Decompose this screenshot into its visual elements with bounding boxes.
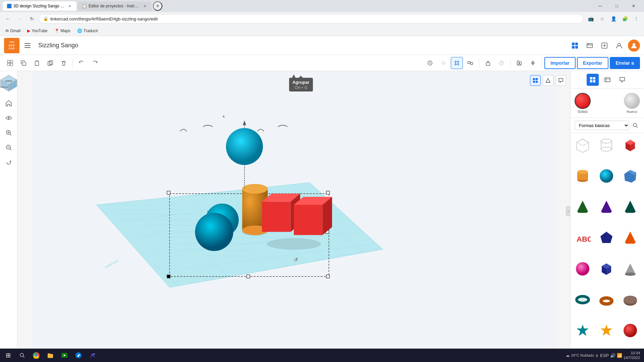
shape-pentagon-navy[interactable]: [596, 227, 617, 248]
taskbar-teams[interactable]: [86, 349, 99, 361]
taskbar-search[interactable]: [15, 349, 29, 361]
designs-button[interactable]: [598, 40, 610, 52]
select-all-button[interactable]: [4, 57, 16, 69]
shape-torus-teal[interactable]: [572, 289, 593, 310]
copy-button[interactable]: [17, 57, 30, 69]
bookmark-youtube[interactable]: ▶ YouTube: [24, 27, 50, 35]
shape-box-red[interactable]: [620, 134, 641, 156]
delete-button[interactable]: [58, 57, 70, 69]
menu-button[interactable]: ⋮: [631, 14, 641, 24]
taskbar-lang[interactable]: ESP: [600, 353, 609, 358]
export-button[interactable]: Exportar: [577, 57, 608, 69]
extensions-button[interactable]: 🧩: [620, 14, 630, 24]
shape-cone-gray[interactable]: [620, 258, 641, 280]
bookmark-maps[interactable]: 📍 Maps: [52, 27, 73, 35]
maximize-button[interactable]: □: [609, 0, 625, 12]
rotation-arc-right[interactable]: [256, 126, 266, 133]
refresh-button[interactable]: ↻: [27, 14, 37, 24]
account-button[interactable]: [613, 40, 625, 52]
view-cube-container[interactable]: NORTE DERECHA: [0, 74, 18, 93]
rp-grid-button[interactable]: [587, 74, 599, 86]
light-button[interactable]: [437, 57, 449, 69]
shape-box-hollow[interactable]: [572, 134, 593, 156]
perspective-view-button[interactable]: [543, 75, 553, 86]
close-button[interactable]: ✕: [626, 0, 641, 12]
grid-view-button[interactable]: [530, 75, 541, 86]
comment-view-button[interactable]: [555, 75, 566, 86]
user-avatar[interactable]: [628, 40, 640, 52]
duplicate-button[interactable]: [44, 57, 56, 69]
taskbar-weather[interactable]: ☁ 24°C Nublado: [566, 353, 594, 358]
redo-button[interactable]: [89, 57, 101, 69]
shapes-search-button[interactable]: [631, 121, 640, 130]
shape-pyramid-yellow[interactable]: [620, 227, 641, 248]
project-name[interactable]: Sizzling Sango: [38, 42, 78, 49]
tab-close-instructables[interactable]: ✕: [142, 3, 148, 9]
tab-close-tinkercad[interactable]: ✕: [67, 3, 72, 9]
send-button[interactable]: Enviar a: [610, 57, 640, 69]
sidebar-toggle-button[interactable]: ›: [566, 206, 570, 216]
bookmark-gmail[interactable]: ✉ Gmail: [3, 27, 23, 35]
address-bar[interactable]: 🔒 tinkercad.com/things/4rR8aemEHgb-sizzl…: [39, 14, 584, 23]
taskbar-volume[interactable]: 🔊: [610, 353, 615, 358]
paste-button[interactable]: [31, 57, 43, 69]
tinkercad-logo[interactable]: TINKERCAD: [4, 38, 19, 53]
shape-box-navy[interactable]: [596, 258, 617, 280]
zoom-out-button[interactable]: [2, 141, 15, 154]
shape-sphere-red[interactable]: [620, 320, 641, 341]
taskbar-network[interactable]: 📶: [617, 353, 622, 358]
ungroup-button[interactable]: [464, 57, 476, 69]
hollow-color-swatch[interactable]: [624, 93, 640, 109]
align-bottom-toolbar-button[interactable]: [513, 57, 525, 69]
rp-chat-button[interactable]: [616, 74, 628, 86]
home-view-button[interactable]: [2, 97, 15, 110]
shape-text-red[interactable]: ABC: [572, 227, 593, 248]
taskbar-edge[interactable]: [72, 349, 85, 361]
shape-star-teal[interactable]: [572, 320, 593, 341]
back-button[interactable]: ←: [3, 14, 13, 24]
solid-color-swatch[interactable]: [575, 93, 591, 109]
bookmark-button[interactable]: ☆: [597, 14, 607, 24]
taskbar-chrome[interactable]: [30, 349, 43, 361]
forward-button[interactable]: →: [15, 14, 25, 24]
rotate-button[interactable]: [2, 156, 15, 169]
notes-button[interactable]: [495, 57, 507, 69]
tab-instructables[interactable]: 📋 Editor de proyectos - Instructabl... ✕: [78, 1, 152, 11]
profile-button[interactable]: 👤: [608, 14, 619, 24]
taskbar-explorer[interactable]: [44, 349, 57, 361]
rotation-handles[interactable]: [178, 126, 266, 133]
snap-button[interactable]: [424, 57, 436, 69]
bookmark-translate[interactable]: 🌐 Traducir: [74, 27, 101, 35]
undo-button[interactable]: [75, 57, 88, 69]
rotation-arc-left[interactable]: [178, 126, 189, 133]
minimize-button[interactable]: —: [592, 0, 608, 12]
shape-star-yellow[interactable]: [596, 320, 617, 341]
cast-button[interactable]: 📺: [586, 14, 596, 24]
shape-cylinder-orange[interactable]: [572, 165, 593, 187]
shape-pyramid-purple[interactable]: [596, 196, 617, 218]
mirror-toolbar-button[interactable]: [527, 57, 539, 69]
taskbar-clock[interactable]: 10:34 14/7/2022: [624, 351, 640, 360]
shape-sphere-pink[interactable]: [572, 258, 593, 280]
shapes-category-dropdown[interactable]: Formas básicas: [575, 121, 629, 130]
shape-gem-brown[interactable]: [620, 289, 641, 310]
new-tab-button[interactable]: +: [153, 1, 162, 11]
start-button[interactable]: ⊞: [1, 349, 15, 361]
shape-pyramid-teal[interactable]: [620, 196, 641, 218]
projects-button[interactable]: [584, 40, 596, 52]
shape-pyramid-green[interactable]: [572, 196, 593, 218]
taskbar-up-arrow[interactable]: ∧: [595, 353, 599, 358]
gallery-button[interactable]: [569, 40, 581, 52]
shape-cylinder-hollow[interactable]: [596, 134, 617, 156]
orbit-button[interactable]: [2, 111, 15, 125]
lock-button[interactable]: [482, 57, 494, 69]
zoom-in-button[interactable]: [2, 126, 15, 139]
viewport[interactable]: tinkercad ↺: [17, 71, 570, 351]
taskbar-media[interactable]: [58, 349, 71, 361]
rp-blueprint-button[interactable]: [601, 74, 613, 86]
import-button[interactable]: Importar: [544, 57, 576, 69]
group-button[interactable]: [451, 57, 463, 69]
shape-torus-brown[interactable]: [596, 289, 617, 310]
menu-hamburger-button[interactable]: [22, 40, 33, 51]
shape-sphere-blue[interactable]: [596, 165, 617, 187]
